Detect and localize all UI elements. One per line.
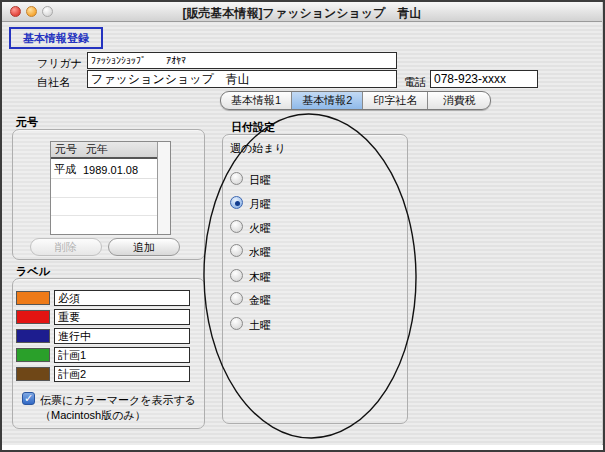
label-input-2[interactable] [54, 309, 190, 325]
radio-saturday-label: 土曜 [249, 318, 271, 333]
window-content: 基本情報登録 フリガナ 自社名 電話 基本情報1 基本情報2 印字社名 消費税 … [2, 23, 602, 445]
phone-label: 電話 [404, 75, 426, 90]
table-gridline [51, 215, 157, 216]
radio-friday[interactable] [230, 292, 243, 305]
radio-saturday[interactable] [230, 317, 243, 330]
furigana-label: フリガナ [37, 56, 82, 71]
furigana-input[interactable] [87, 52, 397, 69]
radio-sunday-label: 日曜 [249, 173, 271, 188]
era-table-scrollbar[interactable] [157, 142, 170, 234]
tab-print-company-name[interactable]: 印字社名 [363, 92, 428, 109]
color-swatch-navy[interactable] [16, 329, 50, 343]
title-bar[interactable]: [販売基本情報]ファッションショップ 青山 [2, 2, 602, 22]
label-input-3[interactable] [54, 328, 190, 344]
color-mark-checkbox[interactable]: ✓ [22, 392, 35, 405]
table-gridline [51, 197, 157, 198]
color-swatch-brown[interactable] [16, 367, 50, 381]
radio-thursday[interactable] [230, 269, 243, 282]
week-start-label: 週の始まり [230, 141, 286, 156]
tab-basic-info-1[interactable]: 基本情報1 [221, 92, 292, 109]
label-input-4[interactable] [54, 347, 190, 363]
label-input-1[interactable] [54, 290, 190, 306]
company-name-input[interactable] [87, 70, 397, 88]
window-title: [販売基本情報]ファッションショップ 青山 [2, 5, 602, 22]
era-section-title: 元号 [16, 115, 38, 130]
radio-sunday[interactable] [230, 172, 243, 185]
tab-bar: 基本情報1 基本情報2 印字社名 消費税 [220, 91, 491, 110]
add-button[interactable]: 追加 [108, 238, 180, 256]
color-swatch-green[interactable] [16, 348, 50, 362]
radio-tuesday-label: 火曜 [249, 221, 271, 236]
color-swatch-red[interactable] [16, 310, 50, 324]
delete-button[interactable]: 削除 [30, 238, 102, 256]
year-col-header: 元年 [86, 142, 108, 157]
label-input-5[interactable] [54, 366, 190, 382]
radio-monday-label: 月曜 [249, 197, 271, 212]
era-table: 元号元年 平成1989.01.08 [50, 141, 171, 235]
macintosh-only-note: （Macintosh版のみ） [40, 408, 146, 423]
radio-monday[interactable] [230, 196, 243, 209]
radio-friday-label: 金曜 [249, 293, 271, 308]
company-name-label: 自社名 [37, 75, 70, 90]
radio-wednesday-label: 水曜 [249, 245, 271, 260]
year-cell: 1989.01.08 [83, 164, 138, 176]
era-table-header: 元号元年 [51, 142, 157, 159]
radio-thursday-label: 木曜 [249, 270, 271, 285]
era-cell: 平成 [54, 162, 76, 177]
era-col-header: 元号 [55, 142, 77, 157]
tab-consumption-tax[interactable]: 消費税 [428, 92, 490, 109]
phone-input[interactable] [430, 70, 538, 88]
table-row[interactable]: 平成1989.01.08 [51, 161, 157, 179]
date-section-title: 日付設定 [231, 120, 275, 135]
app-window: [販売基本情報]ファッションショップ 青山 基本情報登録 フリガナ 自社名 電話… [0, 0, 605, 452]
color-mark-checkbox-label: 伝票にカラーマークを表示する [40, 393, 196, 408]
color-swatch-orange[interactable] [16, 291, 50, 305]
window-frame: [販売基本情報]ファッションショップ 青山 基本情報登録 フリガナ 自社名 電話… [2, 2, 603, 445]
label-section-title: ラベル [16, 264, 50, 279]
tab-basic-info-2[interactable]: 基本情報2 [292, 92, 363, 109]
radio-tuesday[interactable] [230, 220, 243, 233]
mode-badge: 基本情報登録 [9, 27, 103, 49]
radio-wednesday[interactable] [230, 244, 243, 257]
